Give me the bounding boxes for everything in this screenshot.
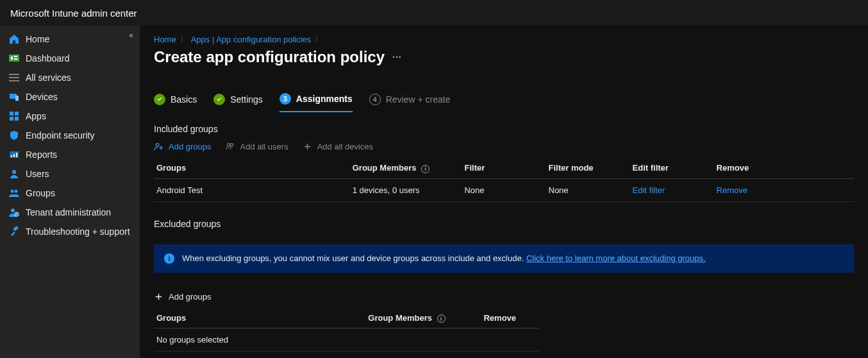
step-number-badge: 4 xyxy=(369,94,381,105)
more-actions-icon[interactable]: ··· xyxy=(392,52,402,62)
col-remove: Remove xyxy=(714,158,854,178)
all-services-icon xyxy=(9,72,19,83)
plus-icon xyxy=(154,292,163,302)
sidebar-item-label: Tenant administration xyxy=(26,207,111,217)
sidebar-item-label: Home xyxy=(26,34,49,44)
svg-rect-9 xyxy=(15,117,19,121)
info-icon[interactable]: i xyxy=(421,165,430,173)
sidebar-item-groups[interactable]: Groups xyxy=(0,183,140,203)
included-groups-table: Groups Group Members i Filter Filter mod… xyxy=(154,158,854,202)
page-title: Create app configuration policy xyxy=(154,48,385,66)
breadcrumb: Home 〉 Apps | App configuration policies… xyxy=(154,35,854,44)
sidebar-item-label: Endpoint security xyxy=(26,130,94,141)
breadcrumb-apps[interactable]: Apps | App configuration policies xyxy=(191,35,312,44)
cell-group-name: Android Test xyxy=(154,178,350,201)
sidebar-item-dashboard[interactable]: Dashboard xyxy=(0,49,140,68)
chevron-right-icon: 〉 xyxy=(315,35,322,44)
plus-icon xyxy=(303,142,312,151)
add-user-icon xyxy=(154,142,163,151)
apps-icon xyxy=(9,111,19,121)
sidebar-item-devices[interactable]: Devices xyxy=(0,87,140,107)
groups-icon xyxy=(9,188,19,198)
col-filter-mode: Filter mode xyxy=(546,158,630,178)
add-all-users-button[interactable]: Add all users xyxy=(226,142,288,151)
info-banner: i When excluding groups, you cannot mix … xyxy=(154,244,854,273)
table-header-row: Groups Group Members i Remove xyxy=(154,308,539,328)
chevron-right-icon: 〉 xyxy=(180,35,187,44)
svg-rect-6 xyxy=(10,112,13,115)
sidebar-item-troubleshooting[interactable]: Troubleshooting + support xyxy=(0,222,140,241)
step-label: Settings xyxy=(230,94,263,105)
svg-point-20 xyxy=(227,144,230,146)
svg-point-19 xyxy=(156,143,159,146)
reports-icon xyxy=(9,149,19,160)
tenant-admin-icon xyxy=(9,207,19,217)
add-groups-button[interactable]: Add groups xyxy=(154,292,212,302)
user-icon xyxy=(9,169,19,179)
sidebar-item-reports[interactable]: Reports xyxy=(0,145,140,164)
sidebar-item-label: Dashboard xyxy=(26,53,70,64)
info-banner-link[interactable]: Click here to learn more about excluding… xyxy=(526,253,706,263)
step-assignments[interactable]: 3 Assignments xyxy=(280,93,353,112)
svg-point-14 xyxy=(12,170,16,174)
sidebar-item-endpoint-security[interactable]: Endpoint security xyxy=(0,126,140,145)
add-users-icon xyxy=(226,142,235,151)
sidebar-item-apps[interactable]: Apps xyxy=(0,107,140,126)
sidebar-item-users[interactable]: Users xyxy=(0,164,140,183)
excluded-groups-heading: Excluded groups xyxy=(154,219,854,229)
svg-rect-11 xyxy=(11,155,12,157)
table-row-empty: No groups selected xyxy=(154,328,539,352)
collapse-sidebar-icon[interactable]: « xyxy=(129,31,133,40)
add-groups-button[interactable]: Add groups xyxy=(154,142,212,151)
col-remove: Remove xyxy=(481,308,538,328)
info-banner-text: When excluding groups, you cannot mix us… xyxy=(182,253,706,263)
wizard-steps: Basics Settings 3 Assignments 4 Review +… xyxy=(154,93,854,112)
remove-link[interactable]: Remove xyxy=(717,185,747,195)
excluded-groups-table: Groups Group Members i Remove No groups … xyxy=(154,308,539,352)
svg-rect-2 xyxy=(14,56,17,57)
svg-point-15 xyxy=(11,190,14,193)
cell-filter-mode: None xyxy=(546,178,630,201)
included-groups-actions: Add groups Add all users Add all devices xyxy=(154,142,854,151)
empty-state-text: No groups selected xyxy=(154,328,539,352)
main-content: Home 〉 Apps | App configuration policies… xyxy=(140,26,868,358)
svg-point-16 xyxy=(15,190,18,193)
sidebar: « Home Dashboard All services Devices xyxy=(0,26,140,358)
check-icon xyxy=(154,94,165,105)
step-label: Assignments xyxy=(296,94,353,104)
step-basics[interactable]: Basics xyxy=(154,93,197,112)
dashboard-icon xyxy=(9,53,19,64)
check-icon xyxy=(213,94,225,105)
breadcrumb-home[interactable]: Home xyxy=(154,35,176,44)
svg-point-17 xyxy=(11,209,15,212)
home-icon xyxy=(9,34,19,44)
tools-icon xyxy=(9,226,19,237)
sidebar-item-label: Apps xyxy=(26,111,46,121)
col-members: Group Members i xyxy=(350,158,462,178)
svg-point-21 xyxy=(230,144,233,146)
add-all-devices-button[interactable]: Add all devices xyxy=(303,142,373,151)
svg-rect-5 xyxy=(15,96,19,101)
step-label: Basics xyxy=(171,94,197,105)
sidebar-item-all-services[interactable]: All services xyxy=(0,68,140,87)
col-groups: Groups xyxy=(154,308,365,328)
step-label: Review + create xyxy=(386,94,451,105)
svg-rect-0 xyxy=(9,55,19,62)
svg-rect-1 xyxy=(11,56,13,60)
edit-filter-link[interactable]: Edit filter xyxy=(633,185,665,195)
action-label: Add groups xyxy=(169,142,212,151)
step-review-create[interactable]: 4 Review + create xyxy=(369,93,451,112)
sidebar-item-home[interactable]: Home xyxy=(0,30,140,49)
col-members: Group Members i xyxy=(365,308,481,328)
table-row: Android Test 1 devices, 0 users None Non… xyxy=(154,178,854,201)
col-filter: Filter xyxy=(462,158,546,178)
top-bar: Microsoft Intune admin center xyxy=(0,0,868,26)
sidebar-item-label: Troubleshooting + support xyxy=(26,226,130,237)
step-settings[interactable]: Settings xyxy=(213,93,263,112)
sidebar-item-label: Devices xyxy=(26,92,58,102)
info-icon[interactable]: i xyxy=(437,314,446,323)
sidebar-item-tenant-admin[interactable]: Tenant administration xyxy=(0,203,140,222)
cell-filter: None xyxy=(462,178,546,201)
cell-group-members: 1 devices, 0 users xyxy=(350,178,462,201)
table-header-row: Groups Group Members i Filter Filter mod… xyxy=(154,158,854,178)
